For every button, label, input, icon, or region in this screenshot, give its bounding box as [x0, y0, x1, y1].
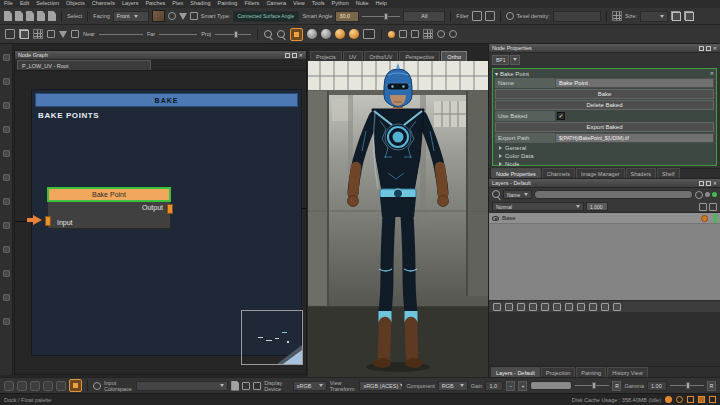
add-procedural-icon[interactable]: [517, 303, 525, 311]
section-node[interactable]: Node: [495, 160, 714, 168]
shader-paint-icon[interactable]: [349, 29, 359, 39]
gain-plus-button[interactable]: +: [518, 381, 527, 391]
funnel-icon[interactable]: [179, 13, 187, 20]
copy-icon[interactable]: [671, 11, 681, 21]
split-horizontal-icon[interactable]: [399, 30, 407, 38]
close-icon[interactable]: ✕: [299, 53, 303, 58]
pin-icon[interactable]: [699, 181, 704, 186]
smart-type-select[interactable]: Connected Surface Angle: [233, 11, 299, 22]
tool-icon[interactable]: [3, 102, 10, 109]
menu-nuke[interactable]: Nuke: [356, 1, 369, 7]
save-project-icon[interactable]: [26, 11, 34, 21]
tab-shaders[interactable]: Shaders: [626, 168, 657, 178]
add-layer-icon[interactable]: [493, 303, 501, 311]
far-slider[interactable]: [159, 30, 197, 39]
flag-icon[interactable]: [59, 31, 67, 38]
tool-icon[interactable]: [3, 54, 10, 61]
memory-status-icon[interactable]: [687, 396, 694, 403]
float-icon[interactable]: [706, 181, 711, 186]
undo-transform-icon[interactable]: [4, 381, 14, 391]
share-layer-icon[interactable]: [577, 303, 585, 311]
gain-slider[interactable]: [575, 381, 609, 390]
screenshot-icon[interactable]: [363, 29, 375, 39]
lut-file-icon[interactable]: [231, 381, 239, 391]
tool-icon[interactable]: [3, 270, 10, 277]
tab-image-manager[interactable]: Image Manager: [576, 168, 625, 178]
layer-row[interactable]: Base: [489, 213, 720, 224]
drop-paint-icon[interactable]: [30, 381, 40, 391]
options-icon[interactable]: [709, 203, 717, 211]
zoom-out-icon[interactable]: [277, 30, 286, 39]
input-port[interactable]: [45, 216, 51, 226]
mask-icon[interactable]: [47, 30, 55, 38]
clear-search-icon[interactable]: [695, 191, 703, 199]
tab-painting[interactable]: Painting: [576, 367, 606, 377]
close-icon[interactable]: ✕: [713, 181, 717, 186]
delete-baked-button[interactable]: Delete Baked: [495, 100, 714, 110]
cache-layer-icon[interactable]: [589, 303, 597, 311]
tab-uv[interactable]: UV: [343, 51, 363, 61]
export-baked-button[interactable]: Export Baked: [495, 122, 714, 132]
node-properties-titlebar[interactable]: Node Properties ✕: [489, 44, 720, 53]
component-select[interactable]: RGB: [438, 381, 468, 391]
input-colorspace-select[interactable]: [136, 381, 228, 391]
tool-icon[interactable]: [3, 174, 10, 181]
tab-ortho[interactable]: Ortho: [441, 51, 467, 61]
section-general[interactable]: General: [495, 144, 714, 152]
move-icon[interactable]: [17, 381, 27, 391]
tab-perspective[interactable]: Perspective: [399, 51, 440, 61]
menu-edit[interactable]: Edit: [20, 1, 29, 7]
tool-icon[interactable]: [3, 150, 10, 157]
tool-icon[interactable]: [3, 78, 10, 85]
near-slider[interactable]: [99, 30, 143, 39]
float-icon[interactable]: [706, 46, 711, 51]
texture-swatch[interactable]: [152, 10, 165, 22]
bake-point-node[interactable]: Bake Point Output Input: [47, 187, 171, 229]
gamma-reset-button[interactable]: R: [707, 381, 716, 391]
amount-field[interactable]: 1.000: [586, 202, 608, 211]
visibility-a-icon[interactable]: [437, 30, 445, 38]
sync-status-icon[interactable]: [676, 396, 683, 403]
gain-preset-select[interactable]: [530, 381, 572, 390]
import-icon[interactable]: [37, 11, 45, 21]
bake-point-node-title[interactable]: Bake Point: [47, 187, 171, 202]
layers-search-input[interactable]: [534, 190, 693, 199]
backdrop-header[interactable]: BAKE: [35, 93, 298, 107]
duplicate-layer-icon[interactable]: [553, 303, 561, 311]
globe-icon[interactable]: [506, 12, 514, 20]
texel-density-field[interactable]: [553, 11, 601, 22]
menu-channels[interactable]: Channels: [92, 1, 115, 7]
add-adjustment-icon[interactable]: [505, 303, 513, 311]
menu-view[interactable]: View: [293, 1, 305, 7]
visibility-b-icon[interactable]: [449, 30, 457, 38]
close-icon[interactable]: ✕: [710, 71, 714, 76]
add-mask-icon[interactable]: [541, 303, 549, 311]
menu-patches[interactable]: Patches: [145, 1, 165, 7]
paste-icon[interactable]: [684, 11, 694, 21]
color-sample-icon[interactable]: [388, 31, 395, 38]
name-field[interactable]: Bake Point: [555, 78, 714, 88]
cache-status-icon[interactable]: [665, 396, 672, 403]
tab-projection[interactable]: Projection: [541, 367, 575, 377]
section-color-data[interactable]: Color Data: [495, 152, 714, 160]
paint-through-icon[interactable]: [290, 28, 303, 41]
tab-shelf[interactable]: Shelf: [657, 168, 680, 178]
tool-icon[interactable]: [3, 198, 10, 205]
zoom-in-icon[interactable]: [264, 30, 273, 39]
symmetry-icon[interactable]: [33, 29, 43, 39]
visibility-eye-icon[interactable]: [492, 216, 499, 221]
tool-icon[interactable]: [3, 294, 10, 301]
mirror-y-icon[interactable]: [19, 29, 29, 39]
node-graph-canvas[interactable]: BAKE BAKE POINTS Bake Point Output Input: [15, 71, 306, 374]
pin-icon[interactable]: [285, 53, 290, 58]
close-icon[interactable]: ✕: [713, 46, 717, 51]
use-baked-checkbox[interactable]: ✓: [557, 112, 565, 120]
tool-icon[interactable]: [3, 126, 10, 133]
proj-slider[interactable]: [215, 30, 251, 39]
export-icon[interactable]: [48, 11, 56, 21]
add-group-icon[interactable]: [529, 303, 537, 311]
node-graph-titlebar[interactable]: Node Graph ✕: [15, 51, 306, 60]
view-transform-select[interactable]: sRGB (ACES): [359, 381, 403, 391]
output-port[interactable]: [167, 204, 173, 214]
bake-point-group-header[interactable]: ▾ Bake Point ✕: [495, 69, 714, 78]
